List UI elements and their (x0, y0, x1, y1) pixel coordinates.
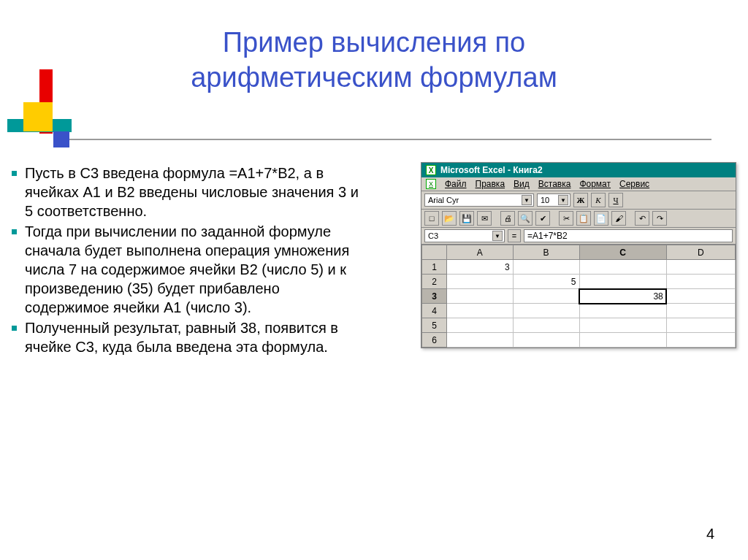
title-line-2: арифметическим формулам (191, 62, 557, 93)
bullet-item: Тогда при вычислении по заданной формуле… (6, 222, 364, 317)
menu-view[interactable]: Вид (514, 179, 530, 189)
row-header[interactable]: 5 (422, 318, 447, 333)
cell[interactable] (513, 304, 579, 318)
open-file-icon[interactable]: 📂 (442, 211, 457, 226)
column-header[interactable]: B (513, 245, 579, 260)
bullet-item: Пусть в C3 введена формула =A1+7*B2, а в… (6, 164, 364, 220)
cell[interactable] (447, 333, 514, 348)
name-box[interactable]: C3 ▼ (424, 229, 505, 242)
deco-square-blue (53, 131, 69, 147)
excel-titlebar: X Microsoft Excel - Книга2 (421, 163, 736, 177)
cell[interactable] (513, 260, 579, 275)
deco-line (54, 139, 711, 140)
dropdown-arrow-icon: ▼ (522, 195, 532, 205)
column-header[interactable]: D (666, 245, 735, 260)
cut-icon[interactable]: ✂ (559, 211, 573, 226)
cell[interactable] (447, 289, 514, 304)
excel-window: X Microsoft Excel - Книга2 X Файл Правка… (421, 162, 736, 348)
cell[interactable] (666, 275, 735, 289)
menu-file[interactable]: Файл (445, 179, 467, 189)
mail-icon[interactable]: ✉ (477, 211, 492, 226)
menu-edit[interactable]: Правка (476, 179, 505, 189)
cell[interactable]: 5 (513, 275, 579, 289)
new-file-icon[interactable]: □ (424, 211, 439, 226)
copy-icon[interactable]: 📋 (576, 211, 591, 226)
dropdown-arrow-icon: ▼ (492, 231, 503, 241)
excel-menubar: X Файл Правка Вид Вставка Формат Сервис (421, 177, 736, 191)
redo-icon[interactable]: ↷ (652, 211, 667, 226)
cell[interactable] (579, 304, 666, 318)
row-header[interactable]: 1 (422, 260, 447, 275)
spreadsheet-grid: A B C D 1 3 2 5 3 38 4 (421, 245, 736, 348)
print-preview-icon[interactable]: 🔍 (518, 211, 533, 226)
document-icon: X (426, 179, 436, 189)
save-icon[interactable]: 💾 (459, 211, 474, 226)
cell[interactable] (447, 304, 514, 318)
bold-button[interactable]: Ж (573, 193, 588, 207)
font-size-combo[interactable]: 10 ▼ (537, 193, 570, 207)
cell[interactable]: 3 (447, 260, 514, 275)
cell[interactable] (513, 318, 579, 333)
separator (495, 211, 497, 226)
menu-insert[interactable]: Вставка (538, 179, 571, 189)
menu-format[interactable]: Формат (579, 179, 611, 189)
font-name-combo[interactable]: Arial Cyr ▼ (424, 193, 534, 207)
cell[interactable] (513, 333, 579, 348)
equals-button[interactable]: = (508, 229, 521, 242)
select-all-corner[interactable] (422, 245, 447, 260)
print-icon[interactable]: 🖨 (500, 211, 515, 226)
separator (553, 211, 556, 226)
title-line-1: Пример вычисления по (223, 27, 526, 58)
excel-toolbar: □ 📂 💾 ✉ 🖨 🔍 ✔ ✂ 📋 📄 🖌 ↶ ↷ (421, 210, 736, 228)
cell[interactable] (579, 318, 666, 333)
menu-tools[interactable]: Сервис (619, 179, 649, 189)
format-painter-icon[interactable]: 🖌 (611, 211, 626, 226)
excel-app-icon: X (426, 165, 436, 175)
row-header[interactable]: 2 (422, 275, 447, 289)
cell[interactable] (447, 275, 514, 289)
underline-button[interactable]: Ч (608, 193, 623, 207)
formula-value: =A1+7*B2 (527, 231, 568, 241)
spellcheck-icon[interactable]: ✔ (535, 211, 550, 226)
paste-icon[interactable]: 📄 (594, 211, 608, 226)
content-text: Пусть в C3 введена формула =A1+7*B2, а в… (6, 164, 364, 358)
formula-input[interactable]: =A1+7*B2 (524, 229, 733, 242)
cell[interactable] (447, 318, 514, 333)
cell[interactable] (579, 260, 666, 275)
excel-title-text: Microsoft Excel - Книга2 (440, 165, 543, 175)
cell[interactable] (666, 260, 735, 275)
dropdown-arrow-icon: ▼ (558, 195, 568, 205)
cell[interactable] (513, 289, 579, 304)
deco-square-yellow (23, 102, 53, 131)
column-header[interactable]: A (447, 245, 514, 260)
name-box-value: C3 (428, 231, 438, 240)
bullet-item: Полученный результат, равный 38, появитс… (6, 318, 364, 356)
italic-button[interactable]: К (591, 193, 606, 207)
cell[interactable] (579, 333, 666, 348)
row-header[interactable]: 6 (422, 333, 447, 348)
font-size-value: 10 (541, 196, 549, 204)
undo-icon[interactable]: ↶ (635, 211, 649, 226)
page-number: 4 (706, 526, 714, 542)
column-header[interactable]: C (579, 245, 666, 260)
excel-formula-bar: C3 ▼ = =A1+7*B2 (421, 228, 736, 245)
cell[interactable] (666, 289, 735, 304)
cell[interactable] (666, 318, 735, 333)
row-header[interactable]: 4 (422, 304, 447, 318)
excel-format-bar: Arial Cyr ▼ 10 ▼ Ж К Ч (421, 191, 736, 210)
row-header[interactable]: 3 (422, 289, 447, 304)
cell[interactable] (666, 333, 735, 348)
separator (629, 211, 632, 226)
page-title: Пример вычисления по арифметическим форм… (0, 25, 748, 95)
cell-selected[interactable]: 38 (579, 289, 666, 304)
cell[interactable] (579, 275, 666, 289)
font-name-value: Arial Cyr (428, 196, 459, 204)
cell[interactable] (666, 304, 735, 318)
